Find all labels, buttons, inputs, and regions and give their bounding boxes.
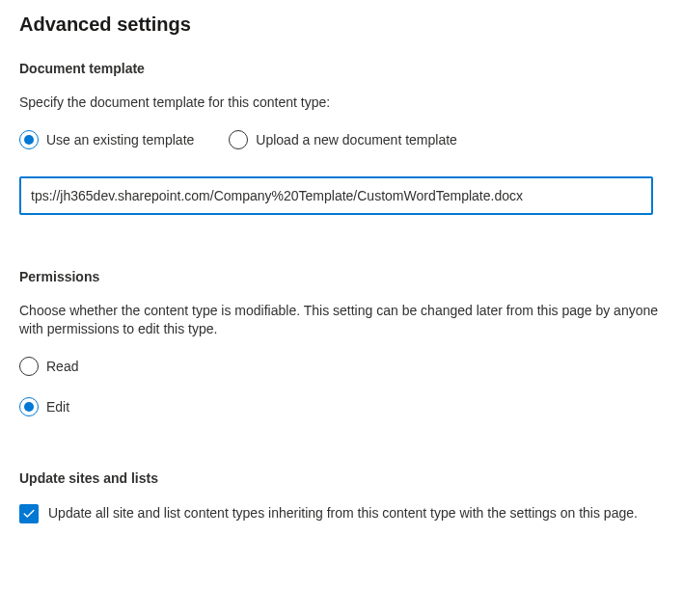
- permissions-section: Permissions Choose whether the content t…: [19, 269, 664, 416]
- radio-selected-icon: [19, 130, 39, 149]
- permissions-radio-group: Read Edit: [19, 357, 664, 416]
- update-sites-section: Update sites and lists Update all site a…: [19, 470, 664, 523]
- document-template-description: Specify the document template for this c…: [19, 94, 664, 113]
- radio-unselected-icon: [229, 130, 248, 149]
- update-sites-checkbox-row: Update all site and list content types i…: [19, 503, 664, 523]
- update-sites-checkbox[interactable]: [19, 504, 39, 523]
- radio-selected-icon: [19, 397, 39, 416]
- document-template-radio-group: Use an existing template Upload a new do…: [19, 130, 664, 149]
- update-sites-checkbox-label: Update all site and list content types i…: [48, 503, 638, 523]
- radio-permission-edit[interactable]: Edit: [19, 397, 664, 416]
- checkmark-icon: [22, 507, 36, 521]
- radio-edit-label: Edit: [46, 399, 69, 415]
- radio-unselected-icon: [19, 357, 39, 376]
- radio-read-label: Read: [46, 359, 78, 374]
- document-template-section: Document template Specify the document t…: [19, 61, 664, 215]
- radio-use-existing-label: Use an existing template: [46, 132, 194, 147]
- document-template-heading: Document template: [19, 61, 664, 76]
- radio-permission-read[interactable]: Read: [19, 357, 664, 376]
- radio-upload-new-template[interactable]: Upload a new document template: [229, 130, 457, 149]
- permissions-description: Choose whether the content type is modif…: [19, 302, 664, 339]
- page-title: Advanced settings: [19, 13, 664, 36]
- permissions-heading: Permissions: [19, 269, 664, 284]
- radio-upload-new-label: Upload a new document template: [256, 132, 457, 147]
- update-sites-heading: Update sites and lists: [19, 470, 664, 486]
- radio-use-existing-template[interactable]: Use an existing template: [19, 130, 194, 149]
- template-url-input[interactable]: [19, 176, 653, 215]
